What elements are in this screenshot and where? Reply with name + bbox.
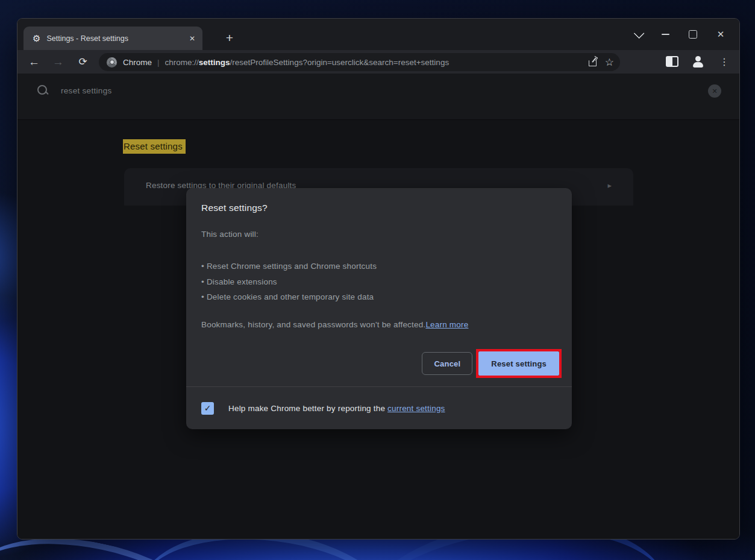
browser-window: ⚙ Settings - Reset settings ✕ + ✕ ← → ⟳ … [17,18,740,540]
dialog-title: Reset settings? [201,203,268,213]
profile-avatar-icon[interactable] [691,55,705,69]
reset-settings-button[interactable]: Reset settings [478,351,559,376]
desktop: ⚙ Settings - Reset settings ✕ + ✕ ← → ⟳ … [0,0,755,560]
report-settings-checkbox[interactable]: ✓ [201,402,214,415]
settings-search-input[interactable]: reset settings [61,86,112,95]
maximize-button[interactable] [679,24,707,45]
new-tab-button[interactable]: + [221,29,239,47]
clear-search-button[interactable]: ✕ [708,84,721,98]
share-icon[interactable] [587,56,599,68]
site-label: Chrome [123,58,152,67]
gear-icon: ⚙ [33,34,40,43]
omnibox-actions: ☆ [587,56,614,68]
dialog-buttons: Cancel Reset settings [422,347,562,380]
address-bar[interactable]: Chrome | chrome://settings/resetProfileS… [99,53,620,71]
url-divider: | [157,58,160,67]
dialog-footer: ✓ Help make Chrome better by reporting t… [186,386,572,429]
learn-more-link[interactable]: Learn more [425,320,468,329]
minimize-icon [662,34,669,35]
dialog-note: Bookmarks, history, and saved passwords … [201,320,468,329]
close-icon: ✕ [717,29,725,40]
reload-button[interactable]: ⟳ [74,52,92,71]
tab-strip: ⚙ Settings - Reset settings ✕ + ✕ [17,19,739,50]
browser-menu-icon[interactable]: ⋮ [718,55,731,68]
url-host: settings [199,58,230,67]
chevron-right-icon: ▸ [607,181,612,190]
back-button[interactable]: ← [25,52,43,71]
note-text: Bookmarks, history, and saved passwords … [201,320,425,329]
side-panel-icon[interactable] [666,56,678,67]
reset-settings-dialog: Reset settings? This action will: • Rese… [186,188,572,429]
chrome-logo-icon [107,57,117,68]
tab-close-icon[interactable]: ✕ [189,34,195,43]
cancel-button[interactable]: Cancel [422,352,472,375]
bullet-item: • Reset Chrome settings and Chrome short… [201,259,377,274]
bullet-item: • Delete cookies and other temporary sit… [201,289,377,305]
settings-search-bar: reset settings ✕ [17,74,739,120]
forward-button[interactable]: → [49,52,67,71]
bookmark-star-icon[interactable]: ☆ [605,57,614,68]
tab-title: Settings - Reset settings [46,34,184,43]
avatar-body [693,62,703,68]
footer-text: Help make Chrome better by reporting the [228,404,387,413]
footer-label: Help make Chrome better by reporting the… [228,404,445,413]
close-window-button[interactable]: ✕ [707,24,735,45]
settings-page: reset settings ✕ Reset settings Restore … [17,74,739,539]
maximize-icon [689,30,697,39]
minimize-button[interactable] [651,24,679,45]
share-arrow [592,57,597,61]
avatar-head [695,56,701,61]
settings-content: Reset settings Restore settings to their… [17,120,739,539]
dialog-bullet-list: • Reset Chrome settings and Chrome short… [201,259,377,305]
url-path: /resetProfileSettings?origin=userclick&s… [230,58,450,67]
annotation-box: Reset settings [476,349,562,378]
window-controls: ✕ [624,19,735,50]
current-settings-link[interactable]: current settings [387,404,445,413]
bullet-item: • Disable extensions [201,274,377,290]
chevron-down-icon [633,28,644,39]
search-icon [37,84,50,98]
section-heading-highlighted: Reset settings [123,139,186,154]
tab-search-button[interactable] [624,24,651,45]
browser-toolbar: ← → ⟳ Chrome | chrome://settings/resetPr… [17,50,739,74]
dialog-intro: This action will: [201,230,258,239]
url-scheme: chrome:// [165,58,199,67]
tab-settings[interactable]: ⚙ Settings - Reset settings ✕ [23,27,202,50]
url-text: chrome://settings/resetProfileSettings?o… [165,58,587,67]
